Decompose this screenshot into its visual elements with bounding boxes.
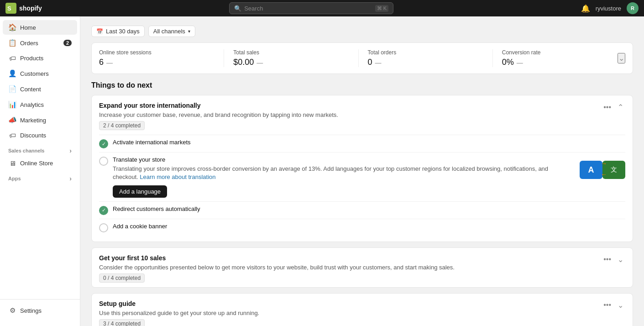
task-first-sales-chevron-button[interactable]: ⌄ <box>616 254 625 265</box>
translation-illustration: A 文 → ← <box>580 156 625 193</box>
sidebar-item-customers-label: Customers <box>20 70 49 77</box>
step-translate-button[interactable]: Add a language <box>113 185 167 198</box>
task-setup-chevron-button[interactable]: ⌄ <box>616 300 625 310</box>
task-card-setup-title-area: Setup guide Use this personalized guide … <box>99 300 598 326</box>
step-cookie-check <box>99 223 108 232</box>
task-card-setup-desc: Use this personalized guide to get your … <box>99 309 598 317</box>
layout: 🏠 Home 📋 Orders 2 🏷 Products 👤 Customers… <box>0 16 644 326</box>
step-activate-markets: ✓ Activate international markets <box>99 135 625 152</box>
stat-conversion-rate-label: Conversion rate <box>502 49 618 56</box>
apps-label: Apps <box>8 176 21 181</box>
sidebar-item-analytics-label: Analytics <box>20 101 44 108</box>
chevron-down-icon: ▾ <box>188 29 190 34</box>
settings-icon: ⚙ <box>8 306 16 315</box>
user-avatar[interactable]: R <box>627 2 639 14</box>
step-redirect-title: Redirect customers automatically <box>113 205 625 212</box>
orders-badge: 2 <box>63 40 72 46</box>
products-icon: 🏷 <box>8 54 16 62</box>
task-card-first-sales-header: Get your first 10 sales Consider the opp… <box>92 248 633 287</box>
apps-section: Apps › <box>0 171 80 184</box>
search-input[interactable] <box>244 5 372 12</box>
sidebar-item-orders-label: Orders <box>20 40 38 47</box>
task-card-expand-actions: ••• ⌃ <box>602 102 625 112</box>
date-filter-label: Last 30 days <box>106 28 140 35</box>
calendar-icon: 📅 <box>96 28 103 35</box>
search-input-wrap[interactable]: 🔍 ⌘ K <box>229 2 393 14</box>
sidebar-item-home[interactable]: 🏠 Home <box>3 20 77 35</box>
svg-text:S: S <box>7 5 11 12</box>
step-translate-store: Translate your store Translating your st… <box>99 152 625 201</box>
trans-arrow-left-icon: ← <box>601 171 607 178</box>
sidebar-item-discounts[interactable]: 🏷 Discounts <box>3 128 77 142</box>
sidebar-item-online-store-label: Online Store <box>20 160 53 167</box>
step-activate-markets-title: Activate international markets <box>113 139 625 146</box>
task-card-setup-guide: Setup guide Use this personalized guide … <box>91 293 633 326</box>
logo-text: shopify <box>19 5 42 12</box>
apps-expand-icon[interactable]: › <box>69 175 72 182</box>
user-name: ryviustore <box>596 5 621 12</box>
task-card-setup-header: Setup guide Use this personalized guide … <box>92 294 633 326</box>
stat-conversion-dash: — <box>517 59 523 66</box>
sidebar-item-marketing-label: Marketing <box>20 117 46 124</box>
main-content: 📅 Last 30 days All channels ▾ Online sto… <box>80 16 644 326</box>
stat-total-sales-value: $0.00 — <box>233 58 349 67</box>
orders-icon: 📋 <box>8 39 16 47</box>
task-card-first-sales-title-area: Get your first 10 sales Consider the opp… <box>99 254 598 283</box>
stats-controls: 📅 Last 30 days All channels ▾ <box>91 26 633 37</box>
notification-bell-icon[interactable]: 🔔 <box>581 4 590 13</box>
task-card-expand-desc: Increase your customer base, revenue, an… <box>99 111 598 119</box>
task-expand-more-button[interactable]: ••• <box>602 102 613 112</box>
step-translate-content: Translate your store Translating your st… <box>113 156 575 197</box>
stat-total-sales: Total sales $0.00 — <box>233 49 358 67</box>
shopify-logo: S shopify <box>5 3 42 14</box>
stat-total-sales-label: Total sales <box>233 49 349 56</box>
step-translate-check <box>99 157 108 166</box>
channels-filter-button[interactable]: All channels ▾ <box>148 26 195 37</box>
trans-arrow-right-icon: → <box>601 160 607 167</box>
stat-conversion-rate-value: 0% — <box>502 58 618 67</box>
customers-icon: 👤 <box>8 69 16 78</box>
sidebar-item-settings[interactable]: ⚙ Settings <box>3 303 77 318</box>
step-activate-markets-content: Activate international markets <box>113 139 625 146</box>
stat-total-orders-dash: — <box>375 59 382 66</box>
step-cookie-content: Add a cookie banner <box>113 223 625 230</box>
stat-total-orders: Total orders 0 — <box>368 49 493 67</box>
step-translate-link[interactable]: Learn more about translation <box>140 174 215 180</box>
task-card-first-sales-title: Get your first 10 sales <box>99 254 598 262</box>
sidebar-item-products-label: Products <box>20 55 43 62</box>
step-redirect-check: ✓ <box>99 206 108 215</box>
sidebar-item-customers[interactable]: 👤 Customers <box>3 66 77 81</box>
sidebar-item-discounts-label: Discounts <box>20 132 46 139</box>
task-card-setup-title: Setup guide <box>99 300 598 307</box>
sidebar-item-marketing[interactable]: 📣 Marketing <box>3 113 77 127</box>
task-card-first-sales-progress: 0 / 4 completed <box>99 273 145 283</box>
stats-collapse-button[interactable]: ⌄ <box>618 53 625 63</box>
home-icon: 🏠 <box>8 23 16 32</box>
sidebar-item-content[interactable]: 📄 Content <box>3 82 77 96</box>
stat-online-sessions-label: Online store sessions <box>99 49 215 56</box>
task-card-expand-internationally: Expand your store internationally Increa… <box>91 95 633 242</box>
stat-online-sessions-value: 6 — <box>99 58 215 67</box>
task-setup-more-button[interactable]: ••• <box>602 300 613 310</box>
sidebar-item-products[interactable]: 🏷 Products <box>3 51 77 65</box>
task-expand-chevron-button[interactable]: ⌃ <box>616 102 625 112</box>
stat-online-sessions-dash: — <box>106 59 113 66</box>
topbar-right: 🔔 ryviustore R <box>581 2 639 14</box>
sidebar-item-content-label: Content <box>20 86 41 93</box>
channels-filter-label: All channels <box>153 28 185 35</box>
stat-total-orders-value: 0 — <box>368 58 483 67</box>
date-filter-button[interactable]: 📅 Last 30 days <box>91 26 145 37</box>
sidebar-item-online-store[interactable]: 🖥 Online Store <box>3 156 77 170</box>
discounts-icon: 🏷 <box>8 131 16 139</box>
online-store-icon: 🖥 <box>8 159 16 167</box>
section-header: Things to do next <box>91 81 633 89</box>
task-card-expand-title-area: Expand your store internationally Increa… <box>99 102 598 130</box>
sales-channels-expand-icon[interactable]: › <box>69 147 72 154</box>
task-card-first-sales: Get your first 10 sales Consider the opp… <box>91 247 633 288</box>
task-card-setup-actions: ••• ⌄ <box>602 300 625 310</box>
task-first-sales-more-button[interactable]: ••• <box>602 254 613 264</box>
sidebar-item-analytics[interactable]: 📊 Analytics <box>3 97 77 112</box>
task-card-first-sales-desc: Consider the opportunities presented bel… <box>99 263 598 272</box>
sidebar-item-orders[interactable]: 📋 Orders 2 <box>3 36 77 50</box>
task-card-first-sales-actions: ••• ⌄ <box>602 254 625 265</box>
